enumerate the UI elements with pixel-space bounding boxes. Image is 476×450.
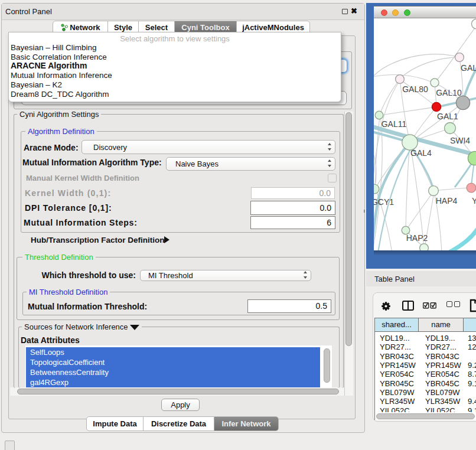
svg-text:HAP2: HAP2 [406,233,428,243]
svg-text:GAL7: GAL7 [461,63,476,73]
svg-text:GAL4: GAL4 [410,148,432,158]
svg-text:YJ: YJ [472,196,476,206]
svg-text:GAL80: GAL80 [402,84,428,94]
svg-text:HAP4: HAP4 [436,196,458,206]
svg-text:SWI4: SWI4 [450,136,470,145]
svg-text:GCY1: GCY1 [374,197,394,207]
svg-text:GAL10: GAL10 [436,88,462,97]
svg-text:GAL11: GAL11 [382,119,407,129]
svg-text:GAL1: GAL1 [437,112,458,121]
